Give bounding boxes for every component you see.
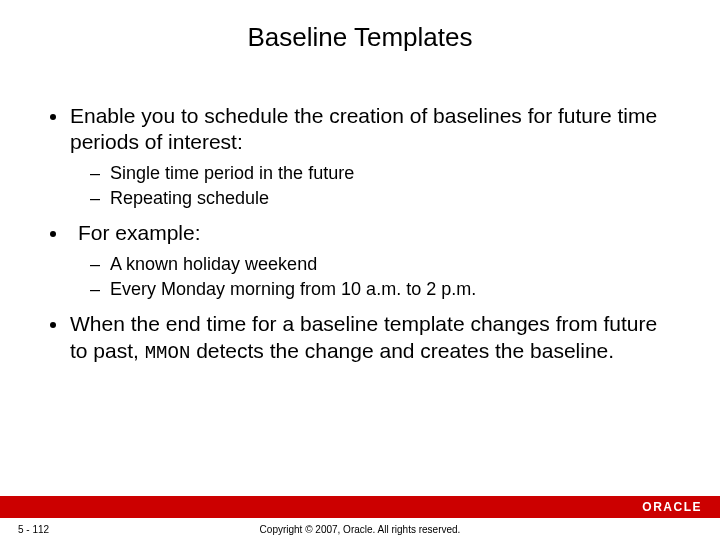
dash-icon: – (90, 162, 100, 185)
bullet-text: Enable you to schedule the creation of b… (70, 103, 670, 156)
bullet-icon (50, 322, 56, 328)
copyright-text: Copyright © 2007, Oracle. All rights res… (0, 524, 720, 535)
sub-item: – Every Monday morning from 10 a.m. to 2… (90, 278, 670, 301)
slide-footer: ORACLE 5 - 112 Copyright © 2007, Oracle.… (0, 496, 720, 540)
bullet-icon (50, 231, 56, 237)
sub-text: Repeating schedule (110, 187, 269, 210)
sub-list: – A known holiday weekend – Every Monday… (90, 253, 670, 302)
oracle-logo: ORACLE (642, 500, 702, 514)
sub-item: – Repeating schedule (90, 187, 670, 210)
mono-text: MMON (145, 342, 191, 364)
sub-item: – A known holiday weekend (90, 253, 670, 276)
dash-icon: – (90, 253, 100, 276)
footer-brand-bar: ORACLE (0, 496, 720, 518)
sub-text: A known holiday weekend (110, 253, 317, 276)
sub-text: Single time period in the future (110, 162, 354, 185)
bullet-text: For example: (78, 220, 201, 246)
sub-text: Every Monday morning from 10 a.m. to 2 p… (110, 278, 476, 301)
bullet-text: When the end time for a baseline templat… (70, 311, 670, 365)
dash-icon: – (90, 278, 100, 301)
sub-list: – Single time period in the future – Rep… (90, 162, 670, 211)
sub-item: – Single time period in the future (90, 162, 670, 185)
slide: Baseline Templates Enable you to schedul… (0, 0, 720, 540)
dash-icon: – (90, 187, 100, 210)
bullet-item: When the end time for a baseline templat… (50, 311, 670, 365)
bullet-item: Enable you to schedule the creation of b… (50, 103, 670, 210)
slide-title: Baseline Templates (0, 22, 720, 53)
slide-content: Enable you to schedule the creation of b… (0, 53, 720, 540)
footer-info-row: 5 - 112 Copyright © 2007, Oracle. All ri… (0, 518, 720, 540)
bullet-text-post: detects the change and creates the basel… (190, 339, 614, 362)
bullet-list: Enable you to schedule the creation of b… (50, 103, 670, 365)
bullet-item: For example: – A known holiday weekend –… (50, 220, 670, 301)
bullet-icon (50, 114, 56, 120)
